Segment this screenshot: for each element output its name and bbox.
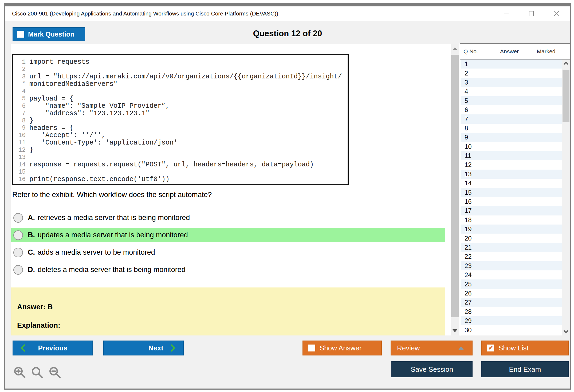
question-list-row[interactable]: 11 <box>460 151 562 160</box>
code-line-number: * <box>13 81 29 87</box>
row-question-number: 14 <box>460 179 489 187</box>
zoom-in-icon[interactable] <box>13 366 26 379</box>
code-line: 13 <box>13 154 348 161</box>
answer-option[interactable]: A. retrieves a media server that is bein… <box>11 211 445 225</box>
code-line: 8 } <box>13 117 348 125</box>
question-list-row[interactable]: 7 <box>460 114 562 123</box>
title-bar: Cisco 200-901 (Developing Applications a… <box>5 6 570 21</box>
question-list-row[interactable]: 15 <box>460 188 562 197</box>
question-list-row[interactable]: 9 <box>460 133 562 142</box>
row-question-number: 24 <box>460 271 489 279</box>
row-question-number: 6 <box>460 106 489 114</box>
question-text: Refer to the exhibit. Which workflow doe… <box>12 191 212 199</box>
maximize-button[interactable] <box>527 10 535 18</box>
end-exam-button[interactable]: End Exam <box>481 361 569 377</box>
minimize-button[interactable] <box>502 10 510 18</box>
option-text: retrieves a media server that is being m… <box>38 214 190 222</box>
zoom-reset-icon[interactable] <box>31 366 44 379</box>
review-button[interactable]: Review <box>391 341 473 355</box>
question-list-row[interactable]: 26 <box>460 289 562 298</box>
previous-button[interactable]: Previous <box>13 341 93 355</box>
question-list-row[interactable]: 28 <box>460 307 562 316</box>
question-list-row[interactable]: 6 <box>460 105 562 114</box>
question-list-row[interactable]: 5 <box>460 96 562 105</box>
code-line: 7 "address": "123.123.123.1" <box>13 110 348 117</box>
row-question-number: 25 <box>460 281 489 288</box>
save-session-button[interactable]: Save Session <box>391 361 473 377</box>
main-scrollbar[interactable] <box>451 44 459 335</box>
code-line: 1 import requests <box>13 58 348 66</box>
radio-button-icon[interactable] <box>13 248 23 257</box>
question-list-row[interactable]: 16 <box>460 197 562 206</box>
answer-option[interactable]: C. adds a media server to be monitored <box>11 245 445 259</box>
scroll-up-icon[interactable] <box>563 62 569 65</box>
code-line-text: import requests <box>29 58 89 66</box>
next-label: Next <box>148 344 163 352</box>
question-list-row[interactable]: 14 <box>460 179 562 188</box>
close-button[interactable] <box>552 10 560 18</box>
scroll-up-icon[interactable] <box>453 47 457 50</box>
explanation-label: Explanation: <box>17 321 445 330</box>
question-list-row[interactable]: 22 <box>460 252 562 261</box>
question-list-row[interactable]: 18 <box>460 215 562 225</box>
code-line: 5 payload = { <box>13 95 348 103</box>
answer-option[interactable]: D. deletes a media server that is being … <box>11 263 445 277</box>
list-scrollbar[interactable] <box>562 59 570 335</box>
question-list-row[interactable]: 21 <box>460 243 562 252</box>
question-list-row[interactable]: 2 <box>460 69 562 78</box>
app-window: Cisco 200-901 (Developing Applications a… <box>4 3 571 390</box>
question-list-row[interactable]: 13 <box>460 170 562 179</box>
question-list-row[interactable]: 8 <box>460 124 562 133</box>
show-answer-button[interactable]: Show Answer <box>302 341 382 355</box>
scrollbar-thumb[interactable] <box>563 70 569 122</box>
code-line-number: 12 <box>13 147 29 154</box>
code-line: 9 headers = { <box>13 125 348 132</box>
row-question-number: 21 <box>460 244 489 251</box>
code-line: 14 response = requests.request("POST", u… <box>13 161 348 169</box>
scroll-down-icon[interactable] <box>453 329 457 332</box>
code-line: 12 } <box>13 146 348 154</box>
code-line: 2 <box>13 66 348 73</box>
question-list-row[interactable]: 20 <box>460 234 562 243</box>
radio-button-icon[interactable] <box>13 213 23 223</box>
question-list-row[interactable]: 27 <box>460 298 562 307</box>
checkbox-unchecked-icon <box>308 345 315 351</box>
show-list-button[interactable]: ✔ Show List <box>481 341 569 355</box>
question-list-row[interactable]: 24 <box>460 270 562 279</box>
question-list-row[interactable]: 23 <box>460 261 562 270</box>
code-line-text: print(response.text.encode('utf8')) <box>29 175 170 183</box>
code-line: 4 <box>13 88 348 95</box>
answer-option[interactable]: B. updates a media server that is being … <box>11 228 445 242</box>
option-letter: C. <box>28 248 35 257</box>
option-letter: A. <box>28 214 35 222</box>
question-panel: 1 import requests 2 3 url = "https://api… <box>11 44 451 335</box>
question-list-row[interactable]: 10 <box>460 142 562 151</box>
question-list-row[interactable]: 29 <box>460 316 562 325</box>
question-list-row[interactable]: 25 <box>460 279 562 289</box>
question-list-row[interactable]: 19 <box>460 225 562 234</box>
radio-button-icon[interactable] <box>13 230 23 240</box>
code-line-text: monitoredMediaServers" <box>29 80 117 88</box>
minimize-icon <box>503 10 510 17</box>
end-exam-label: End Exam <box>509 365 541 374</box>
question-list-row[interactable]: 12 <box>460 160 562 169</box>
scroll-down-icon[interactable] <box>563 330 569 333</box>
question-list-row[interactable]: 4 <box>460 87 562 96</box>
row-question-number: 27 <box>460 299 489 306</box>
question-list-row[interactable]: 3 <box>460 78 562 87</box>
question-list-row[interactable]: 1 <box>460 59 562 69</box>
review-label: Review <box>397 344 420 352</box>
zoom-out-icon[interactable] <box>48 366 62 379</box>
row-question-number: 30 <box>460 326 489 334</box>
radio-button-icon[interactable] <box>13 265 23 275</box>
scrollbar-thumb[interactable] <box>451 55 459 317</box>
code-line: 11 'Content-Type': 'application/json' <box>13 139 348 147</box>
code-line: 15 <box>13 169 348 176</box>
question-list-row[interactable]: 17 <box>460 206 562 215</box>
question-list-row[interactable]: 30 <box>460 325 562 334</box>
code-line-number: 13 <box>13 154 29 161</box>
row-question-number: 26 <box>460 290 489 297</box>
code-line-text: 'Content-Type': 'application/json' <box>29 139 178 147</box>
code-line-number: 15 <box>13 169 29 175</box>
next-button[interactable]: Next <box>103 341 184 355</box>
